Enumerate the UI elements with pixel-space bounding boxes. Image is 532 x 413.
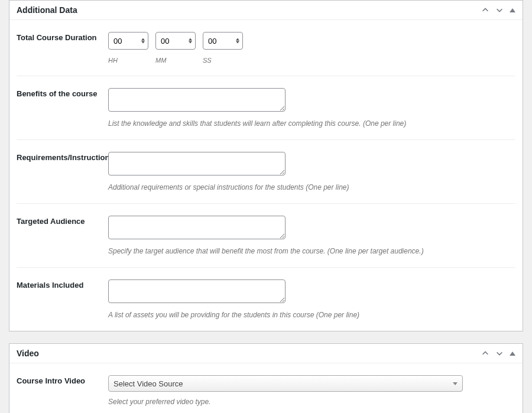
duration-hh-unit: HH [108,57,148,64]
requirements-textarea[interactable] [108,152,286,175]
additional-data-panel: Additional Data Total Course Duration HH [9,0,523,331]
chevron-down-icon[interactable] [495,6,504,14]
video-source-select[interactable]: Select Video Source [108,375,463,392]
video-panel: Video Course Intro Video Select Video So… [9,343,523,413]
requirements-hint: Additional requirements or special instr… [108,183,515,191]
duration-mm: MM [155,32,196,64]
video-source-select-wrap: Select Video Source [108,375,463,392]
benefits-label: Benefits of the course [17,88,108,128]
materials-label: Materials Included [17,279,108,319]
video-source-selected: Select Video Source [113,379,183,388]
duration-label: Total Course Duration [17,32,108,64]
field-row-duration: Total Course Duration HH [17,20,515,76]
materials-textarea[interactable] [108,279,286,303]
duration-ss-unit: SS [203,57,243,64]
panel-toggle-icon[interactable] [510,8,515,12]
chevron-up-icon[interactable] [481,349,489,357]
field-row-intro-video: Course Intro Video Select Video Source S… [17,363,515,413]
panel-header-additional-data: Additional Data [9,1,523,20]
benefits-hint: List the knowledge and skills that stude… [108,119,515,128]
chevron-up-icon[interactable] [481,6,489,14]
panel-header-video: Video [9,344,523,363]
duration-ss-input[interactable] [203,32,243,50]
audience-hint: Specify the target audience that will be… [108,247,515,255]
panel-controls [481,6,515,14]
intro-video-hint: Select your preferred video type. [108,398,515,406]
panel-controls [481,349,515,357]
benefits-textarea[interactable] [108,88,286,112]
duration-hh: HH [108,32,148,64]
dropdown-arrow-icon [453,382,458,385]
audience-textarea[interactable] [108,216,286,239]
field-row-benefits: Benefits of the course List the knowledg… [17,76,515,140]
duration-mm-input[interactable] [155,32,196,50]
panel-title: Additional Data [17,5,77,15]
intro-video-label: Course Intro Video [17,375,108,406]
materials-hint: A list of assets you will be providing f… [108,311,515,319]
duration-hh-input[interactable] [108,32,148,50]
panel-body: Total Course Duration HH [9,20,523,331]
duration-content: HH MM SS [108,32,515,64]
chevron-down-icon[interactable] [495,349,504,357]
field-row-audience: Targeted Audience Specify the target aud… [17,204,515,268]
panel-body: Course Intro Video Select Video Source S… [9,363,523,413]
panel-title: Video [17,349,39,358]
audience-label: Targeted Audience [17,216,108,255]
duration-ss: SS [203,32,243,64]
field-row-materials: Materials Included A list of assets you … [17,268,515,331]
duration-mm-unit: MM [155,57,196,64]
field-row-requirements: Requirements/Instructions Additional req… [17,140,515,204]
duration-inputs: HH MM SS [108,32,515,64]
panel-toggle-icon[interactable] [510,352,515,356]
requirements-label: Requirements/Instructions [17,152,108,191]
